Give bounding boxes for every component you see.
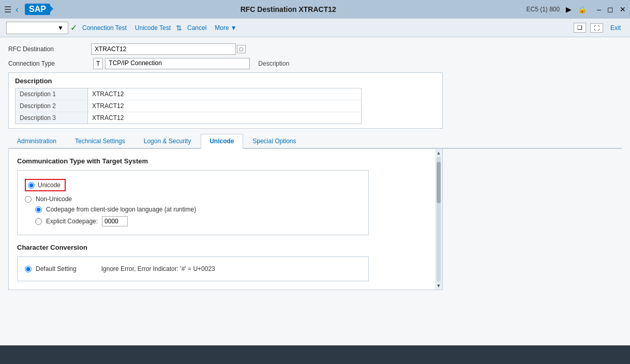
table-row: Description 3 XTRACT12 xyxy=(16,112,361,124)
unicode-radio-label: Unicode xyxy=(38,181,61,189)
explicit-codepage-radio[interactable] xyxy=(35,218,42,225)
system-info: EC5 (1) 800 xyxy=(527,6,560,13)
non-unicode-radio-label: Non-Unicode xyxy=(36,195,72,203)
unicode-test-button[interactable]: Unicode Test xyxy=(132,23,174,33)
tab-administration[interactable]: Administration xyxy=(8,134,65,148)
sap-logo: SAP xyxy=(25,4,50,15)
lock-icon[interactable]: 🔒 xyxy=(578,5,587,13)
desc2-label: Description 2 xyxy=(16,100,88,112)
description-section-title: Description xyxy=(15,77,436,85)
toolbar-dropdown[interactable]: ▼ xyxy=(6,22,68,34)
scroll-track[interactable] xyxy=(437,157,441,282)
table-row: Description 1 XTRACT12 xyxy=(16,88,361,100)
non-unicode-radio-item: Non-Unicode xyxy=(25,195,361,203)
desc2-value: XTRACT12 xyxy=(88,100,361,112)
tab-unicode[interactable]: Unicode xyxy=(201,134,243,149)
fullscreen-icon-btn[interactable]: ⛶ xyxy=(590,23,603,33)
save-icon[interactable]: ✓ xyxy=(70,23,77,33)
toolbar-right: ❏ ⛶ Exit xyxy=(574,23,624,33)
default-setting-radio[interactable] xyxy=(25,266,32,272)
close-icon[interactable]: ✕ xyxy=(620,5,626,13)
comm-type-section: Communication Type with Target System Un… xyxy=(17,157,424,281)
tabs-bar: Administration Technical Settings Logon … xyxy=(8,134,622,149)
default-setting-radio-item: Default Setting Ignore Error, Error Indi… xyxy=(25,265,361,272)
taskbar xyxy=(0,345,630,364)
connection-type-value: TCP/IP Connection xyxy=(105,58,250,69)
connection-type-label: Connection Type xyxy=(8,60,91,67)
title-bar-right: EC5 (1) 800 ▶ 🔒 – ◻ ✕ xyxy=(527,5,626,13)
unicode-radio-item: Unicode xyxy=(25,179,361,191)
hamburger-menu-icon[interactable]: ☰ xyxy=(4,5,11,14)
desc3-label: Description 3 xyxy=(16,112,88,124)
description-table: Description 1 XTRACT12 Description 2 XTR… xyxy=(15,88,362,124)
cancel-button[interactable]: Cancel xyxy=(184,23,209,33)
explicit-codepage-input[interactable] xyxy=(102,216,128,226)
codepage-runtime-label: Codepage from client-side logon language… xyxy=(46,206,196,213)
default-setting-desc: Ignore Error, Error Indicator: '#' = U+0… xyxy=(101,265,215,272)
desc3-value: XTRACT12 xyxy=(88,112,361,124)
default-setting-label: Default Setting xyxy=(36,265,77,272)
toolbar: ▼ ✓ Connection Test Unicode Test ⇅ Cance… xyxy=(0,19,630,37)
rfc-destination-row: RFC Destination □ xyxy=(8,43,622,55)
codepage-runtime-radio-item: Codepage from client-side logon language… xyxy=(35,206,361,213)
char-conversion-title: Character Conversion xyxy=(17,244,424,251)
rfc-destination-label: RFC Destination xyxy=(8,46,91,53)
tab-unicode-content: ▲ ▼ Communication Type with Target Syste… xyxy=(8,149,443,290)
expand-icon-btn[interactable]: ❏ xyxy=(574,23,586,33)
minimize-icon[interactable]: – xyxy=(597,5,601,13)
restore-icon[interactable]: ◻ xyxy=(607,5,613,13)
more-chevron-icon: ▼ xyxy=(231,24,237,32)
comm-type-box: Unicode Non-Unicode Codepage from client… xyxy=(17,170,369,235)
codepage-runtime-radio[interactable] xyxy=(35,206,42,213)
char-conversion-box: Default Setting Ignore Error, Error Indi… xyxy=(17,256,369,281)
tab-special[interactable]: Special Options xyxy=(244,134,305,148)
title-bar: ☰ ‹ SAP RFC Destination XTRACT12 EC5 (1)… xyxy=(0,0,630,19)
connection-test-button[interactable]: Connection Test xyxy=(79,23,130,33)
explicit-codepage-radio-item: Explicit Codepage: xyxy=(35,216,361,226)
desc1-label: Description 1 xyxy=(16,88,88,100)
more-label: More xyxy=(215,24,229,32)
unicode-radio-highlighted: Unicode xyxy=(25,179,66,191)
unicode-radio[interactable] xyxy=(28,182,35,189)
back-button[interactable]: ‹ xyxy=(16,4,19,15)
scroll-up-icon[interactable]: ▲ xyxy=(436,150,441,156)
explicit-codepage-label: Explicit Codepage: xyxy=(46,218,98,225)
char-conversion-section: Character Conversion Default Setting Ign… xyxy=(17,244,424,281)
title-bar-left: ☰ ‹ SAP xyxy=(4,4,50,15)
page-title: RFC Destination XTRACT12 xyxy=(50,5,527,13)
content-area: RFC Destination □ Connection Type T TCP/… xyxy=(0,37,630,345)
comm-type-title: Communication Type with Target System xyxy=(17,157,424,165)
more-button[interactable]: More ▼ xyxy=(212,23,239,33)
scrollbar[interactable]: ▲ ▼ xyxy=(435,149,442,290)
connection-type-row: Connection Type T TCP/IP Connection Desc… xyxy=(8,58,622,69)
scroll-down-icon[interactable]: ▼ xyxy=(436,283,441,289)
table-row: Description 2 XTRACT12 xyxy=(16,100,361,112)
dropdown-chevron-icon: ▼ xyxy=(57,24,64,32)
scroll-thumb[interactable] xyxy=(437,162,441,203)
copy-button[interactable]: □ xyxy=(237,45,246,53)
description-inline-label: Description xyxy=(258,60,289,67)
rfc-destination-input[interactable] xyxy=(91,43,236,55)
non-unicode-radio[interactable] xyxy=(25,196,32,203)
tab-logon[interactable]: Logon & Security xyxy=(135,134,200,148)
connection-type-code: T xyxy=(93,58,103,69)
sync-icon[interactable]: ⇅ xyxy=(176,24,182,32)
exit-button[interactable]: Exit xyxy=(607,23,624,33)
desc1-value: XTRACT12 xyxy=(88,88,361,100)
tab-technical[interactable]: Technical Settings xyxy=(66,134,134,148)
description-section: Description Description 1 XTRACT12 Descr… xyxy=(8,72,443,129)
play-icon[interactable]: ▶ xyxy=(566,5,572,13)
